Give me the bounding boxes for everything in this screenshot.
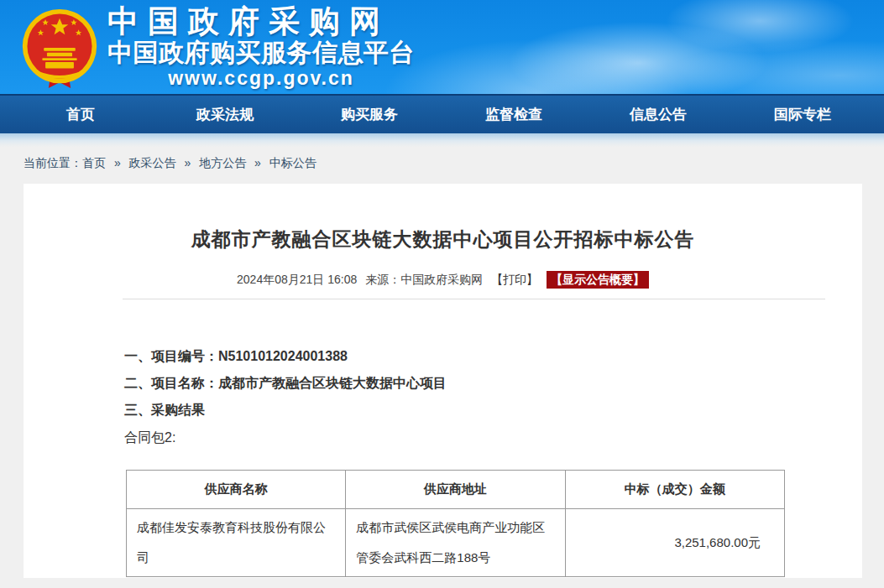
- project-name-line: 二、项目名称：成都市产教融合区块链大数据中心项目: [124, 370, 862, 397]
- meta-divider: [123, 299, 825, 299]
- breadcrumb-prefix: 当前位置：: [24, 156, 82, 169]
- contract-package-line: 合同包2:: [124, 424, 862, 451]
- nav-item-regulations[interactable]: 政采法规: [153, 96, 297, 133]
- main-nav: 首页 政采法规 购买服务 监督检查 信息公告 国际专栏: [0, 94, 884, 133]
- site-subtitle: 中国政府购买服务信息平台: [107, 39, 415, 67]
- page-title: 成都市产教融合区块链大数据中心项目公开招标中标公告: [24, 226, 862, 252]
- article-meta: 2024年08月21日 16:08 来源：中国政府采购网 【打印】 【显示公告概…: [24, 273, 862, 288]
- award-amount-cell: 3,251,680.00元: [565, 509, 784, 577]
- procurement-result-line: 三、采购结果: [124, 397, 862, 424]
- nav-shadow-fade: [0, 133, 884, 147]
- breadcrumb-item-home[interactable]: 首页: [82, 156, 106, 169]
- nav-item-international[interactable]: 国际专栏: [730, 96, 875, 133]
- article-body: 一、项目编号：N5101012024001388 二、项目名称：成都市产教融合区…: [124, 343, 862, 451]
- site-logo[interactable]: 中国政府采购网 中国政府购买服务信息平台 www.ccgp.gov.cn: [20, 5, 415, 90]
- publish-datetime: 2024年08月21日 16:08: [237, 273, 357, 286]
- column-header-supplier-name: 供应商名称: [127, 471, 346, 509]
- breadcrumb-separator: »: [254, 156, 261, 169]
- column-header-award-amount: 中标（成交）金额: [565, 471, 784, 509]
- supplier-address-cell: 成都市武侯区武侯电商产业功能区管委会武科西二路188号: [346, 509, 565, 577]
- breadcrumb-separator: »: [114, 156, 121, 169]
- breadcrumb-item-award-announcements[interactable]: 中标公告: [269, 156, 316, 169]
- breadcrumb: 当前位置：首页 » 政采公告 » 地方公告 » 中标公告: [24, 156, 884, 173]
- column-header-supplier-address: 供应商地址: [346, 471, 565, 509]
- nav-item-announcements[interactable]: 信息公告: [586, 96, 730, 133]
- nav-item-home[interactable]: 首页: [8, 96, 153, 133]
- breadcrumb-item-procurement-announcements[interactable]: 政采公告: [129, 156, 176, 169]
- page: 中国政府采购网 中国政府购买服务信息平台 www.ccgp.gov.cn 首页 …: [0, 0, 884, 578]
- project-number-line: 一、项目编号：N5101012024001388: [124, 343, 862, 370]
- nav-item-purchase-services[interactable]: 购买服务: [297, 96, 442, 133]
- source-label: 来源：中国政府采购网: [365, 273, 483, 286]
- nav-item-supervision[interactable]: 监督检查: [442, 96, 586, 133]
- announcement-content: 成都市产教融合区块链大数据中心项目公开招标中标公告 2024年08月21日 16…: [24, 184, 862, 578]
- table-row: 成都佳发安泰教育科技股份有限公司 成都市武侯区武侯电商产业功能区管委会武科西二路…: [127, 509, 785, 577]
- national-emblem-icon: [20, 7, 99, 89]
- print-button[interactable]: 【打印】: [491, 273, 538, 286]
- supplier-name-cell: 成都佳发安泰教育科技股份有限公司: [127, 509, 346, 577]
- show-summary-button[interactable]: 【显示公告概要】: [547, 271, 649, 289]
- table-header-row: 供应商名称 供应商地址 中标（成交）金额: [127, 471, 785, 509]
- site-name: 中国政府采购网: [107, 5, 415, 39]
- breadcrumb-separator: »: [184, 156, 191, 169]
- site-header: 中国政府采购网 中国政府购买服务信息平台 www.ccgp.gov.cn: [0, 0, 884, 94]
- brand-text: 中国政府采购网 中国政府购买服务信息平台 www.ccgp.gov.cn: [107, 5, 415, 90]
- award-result-table: 供应商名称 供应商地址 中标（成交）金额 成都佳发安泰教育科技股份有限公司 成都…: [126, 470, 785, 577]
- breadcrumb-item-local-announcements[interactable]: 地方公告: [199, 156, 246, 169]
- site-url: www.ccgp.gov.cn: [107, 67, 415, 90]
